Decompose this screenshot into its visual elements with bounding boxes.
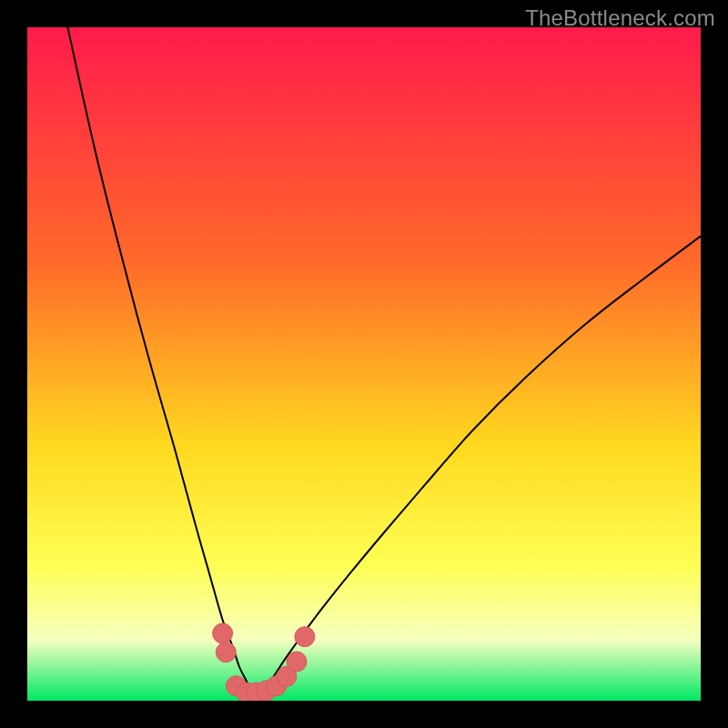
gradient-background bbox=[27, 27, 701, 701]
chart-frame: TheBottleneck.com bbox=[0, 0, 728, 728]
data-marker bbox=[216, 642, 236, 662]
plot-area bbox=[27, 27, 701, 701]
watermark-text: TheBottleneck.com bbox=[525, 5, 715, 31]
data-marker bbox=[213, 623, 233, 643]
data-marker bbox=[287, 652, 307, 672]
chart-svg bbox=[27, 27, 701, 701]
data-marker bbox=[295, 627, 315, 647]
